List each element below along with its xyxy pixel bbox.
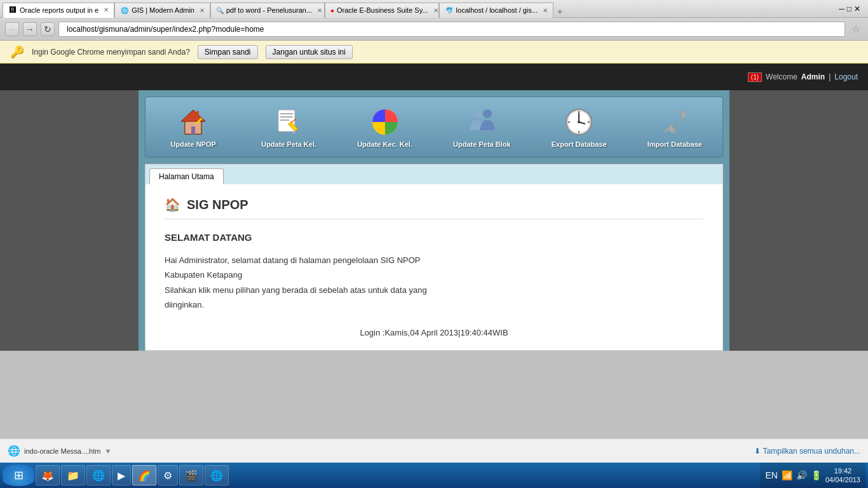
tab-favicon-1: 🅱 [8, 6, 17, 15]
password-bar: 🔑 Ingin Google Chrome menyimpan sandi An… [0, 41, 868, 64]
tab-close-1[interactable]: ✕ [104, 6, 109, 13]
logout-link[interactable]: Logout [834, 72, 858, 81]
bookmark-button[interactable]: ☆ [849, 22, 863, 36]
taskbar-network[interactable]: 🌐 [205, 465, 229, 485]
chrome-icon: 🌈 [138, 470, 151, 482]
tab-close-5[interactable]: ✕ [543, 7, 548, 14]
tray-battery-icon[interactable]: 🔋 [811, 470, 822, 480]
file-manager-icon: 📁 [67, 470, 79, 482]
tab-close-3[interactable]: ✕ [317, 7, 322, 14]
tab-label-1: Oracle reports output in e [20, 6, 98, 14]
taskbar-firefox[interactable]: 🦊 [36, 465, 60, 485]
tab-label-5: localhost / localhost / gis... [456, 6, 538, 14]
firefox-icon: 🦊 [41, 470, 54, 482]
maximize-button[interactable]: □ [847, 4, 851, 13]
tab-favicon-5: 🐬 [445, 6, 454, 15]
edit-icon [273, 106, 305, 138]
taskbar-settings[interactable]: ⚙ [158, 465, 178, 485]
welcome-line-2: Kabupaten Ketapang [165, 268, 703, 282]
clock-icon [563, 106, 595, 138]
welcome-area: (1) Welcome Admin | Logout [748, 72, 858, 82]
reload-button[interactable]: ↻ [41, 22, 55, 36]
clock-area[interactable]: 19:42 04/04/2013 [825, 466, 860, 485]
download-bar: 🌐 indo-oracle Messa....htm ▼ ⬇ Tampilkan… [0, 438, 868, 463]
welcome-text: Welcome [766, 72, 797, 81]
svg-rect-3 [196, 111, 199, 118]
new-tab-button[interactable]: + [553, 5, 566, 18]
close-window-button[interactable]: ✕ [854, 4, 860, 13]
welcome-line-1: Hai Administrator, selamat datang di hal… [165, 253, 703, 268]
tray-language[interactable]: EN [765, 470, 777, 480]
taskbar-media[interactable]: ▶ [112, 465, 131, 485]
tab-oracle-ebs[interactable]: ● Oracle E-Business Suite Sy... ✕ [325, 3, 439, 18]
download-item: 🌐 indo-oracle Messa....htm ▼ [8, 445, 111, 457]
browser-tabs: 🅱 Oracle reports output in e ✕ 🌐 GIS | M… [3, 0, 566, 18]
import-database-label: Import Database [648, 140, 702, 148]
svg-point-14 [483, 109, 492, 118]
login-info: Login :Kamis,04 April 2013|19:40:44WIB [165, 328, 703, 337]
taskbar-video[interactable]: 🎬 [179, 465, 203, 485]
clock-date: 04/04/2013 [825, 475, 860, 484]
show-all-downloads[interactable]: ⬇ Tampilkan semua unduhan... [754, 447, 860, 456]
page-title-area: 🏠 SIG NPOP [165, 197, 703, 212]
update-peta-blok-label: Update Peta Blok [453, 140, 510, 148]
nav-import-database[interactable]: Import Database [640, 102, 710, 152]
tray-volume-icon[interactable]: 🔊 [796, 470, 807, 480]
save-password-button[interactable]: Simpan sandi [198, 45, 258, 59]
tab-label-4: Oracle E-Business Suite Sy... [337, 6, 428, 14]
house-icon [177, 106, 209, 138]
nav-update-peta-kel[interactable]: Update Peta Kel. [254, 102, 324, 152]
svg-rect-8 [280, 119, 289, 121]
tab-label-2: GIS | Modern Admin [132, 6, 194, 14]
tab-close-4[interactable]: ✕ [433, 7, 438, 14]
svg-point-13 [473, 109, 482, 118]
tab-oracle-reports[interactable]: 🅱 Oracle reports output in e ✕ [3, 3, 114, 18]
minimize-button[interactable]: ─ [839, 4, 844, 13]
address-bar[interactable]: localhost/gismuna/admin/super/index2.php… [58, 22, 845, 37]
tab-bar: Halaman Utama [146, 165, 722, 184]
svg-rect-6 [280, 113, 293, 114]
tab-favicon-2: 🌐 [120, 6, 129, 15]
clock-time: 19:42 [834, 466, 852, 475]
svg-rect-2 [191, 126, 195, 134]
download-file-icon: 🌐 [8, 445, 20, 457]
taskbar-file-manager[interactable]: 📁 [61, 465, 85, 485]
separator: | [829, 72, 831, 81]
forward-button[interactable]: → [23, 22, 37, 36]
never-save-button[interactable]: Jangan untuk situs ini [266, 45, 353, 59]
download-filename: indo-oracle Messa....htm [24, 447, 100, 455]
show-all-text: Tampilkan semua unduhan... [763, 447, 860, 456]
tab-close-2[interactable]: ✕ [200, 7, 205, 14]
nav-update-kec-kel[interactable]: Update Kec. Kel. [349, 102, 420, 152]
flag-badge: (1) [748, 72, 762, 82]
video-icon: 🎬 [185, 470, 198, 482]
nav-export-database[interactable]: Export Database [544, 102, 614, 152]
download-expand[interactable]: ▼ [104, 447, 111, 455]
tab-gis[interactable]: 🌐 GIS | Modern Admin ✕ [114, 3, 210, 18]
taskbar-ie[interactable]: 🌐 [86, 465, 111, 485]
nav-update-peta-blok[interactable]: Update Peta Blok [445, 102, 518, 152]
tab-localhost[interactable]: 🐬 localhost / localhost / gis... ✕ [439, 3, 553, 18]
windows-icon: ⊞ [14, 468, 24, 482]
back-button[interactable]: ← [5, 22, 19, 36]
navigation-bar: Update NPOP Update Peta Ke [145, 97, 723, 158]
tab-pdf[interactable]: 🔍 pdf to word - Penelusuran... ✕ [210, 3, 325, 18]
nav-update-npop[interactable]: Update NPOP [158, 102, 228, 152]
welcome-line-4: diinginkan. [165, 297, 703, 312]
taskbar-chrome[interactable]: 🌈 [132, 465, 156, 485]
key-icon: 🔑 [10, 45, 24, 59]
start-button[interactable]: ⊞ [3, 464, 34, 486]
tray-network-icon[interactable]: 📶 [782, 470, 792, 480]
title-divider [165, 219, 703, 219]
browser-titlebar: 🅱 Oracle reports output in e ✕ 🌐 GIS | M… [0, 0, 868, 18]
people-icon [466, 106, 498, 138]
pie-chart-icon [369, 106, 401, 138]
title-house-icon: 🏠 [165, 197, 180, 212]
tab-favicon-3: 🔍 [216, 6, 224, 15]
browser-addressbar: ← → ↻ localhost/gismuna/admin/super/inde… [0, 18, 868, 41]
update-kec-kel-label: Update Kec. Kel. [357, 140, 412, 148]
main-content-area: Halaman Utama 🏠 SIG NPOP SELAMAT DATANG … [145, 164, 723, 351]
settings-icon: ⚙ [163, 470, 172, 482]
svg-rect-7 [280, 116, 293, 118]
halaman-utama-tab[interactable]: Halaman Utama [149, 168, 224, 184]
